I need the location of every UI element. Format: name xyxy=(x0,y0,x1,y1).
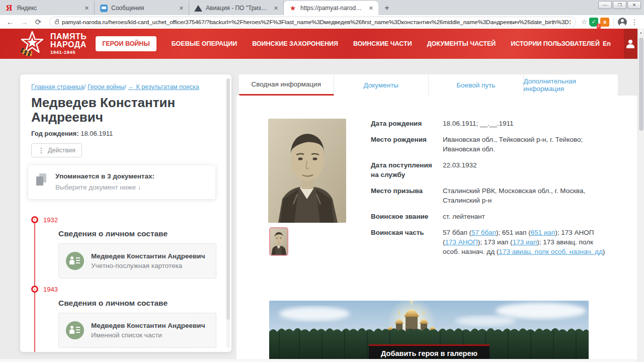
yandex-favicon: Я xyxy=(5,4,13,12)
hero-photo-thumbnail[interactable] xyxy=(269,227,288,256)
browser-toolbar: ← → ⟳ pamyat-naroda.ru/heroes/kld-card_u… xyxy=(0,15,644,29)
card-scrollbar[interactable] xyxy=(226,78,230,348)
gallery-banner[interactable]: Добавить героя в галерею Дорога памяти xyxy=(269,301,589,362)
document-person-name: Медведев Константин Андреевич xyxy=(91,322,205,329)
browser-tab-messages[interactable]: Сообщения ✕ xyxy=(95,1,189,15)
scrollbar-up-arrow[interactable]: ▲ xyxy=(638,29,644,36)
mentions-box: Упоминается в 3 документах: Выберите док… xyxy=(28,165,215,199)
breadcrumb-heroes[interactable]: Герои войны xyxy=(88,83,125,90)
unit-link[interactable]: 57 ббап xyxy=(471,229,496,236)
document-person-name: Медведев Константин Андреевич xyxy=(91,252,205,260)
browser-tab-aviation[interactable]: Авиация - ПО "Тризна" ✕ xyxy=(189,1,284,15)
unit-link[interactable]: 651 иап xyxy=(531,229,555,236)
timeline-year: 1943 xyxy=(43,286,58,293)
shop-extension-icon[interactable]: a xyxy=(600,18,609,27)
tab-title: Сообщения xyxy=(111,5,175,12)
site-logo[interactable]: ПАМЯТЬ НАРОДА 1941-1945 xyxy=(18,30,87,57)
restore-button[interactable]: ❐ xyxy=(613,1,626,9)
site-logo-text: ПАМЯТЬ НАРОДА 1941-1945 xyxy=(50,33,87,55)
hero-card: Главная страница/ Герои войны/ ← К резул… xyxy=(20,74,231,352)
timeline-year: 1932 xyxy=(43,216,58,224)
document-type: Учетно-послужная картотека xyxy=(91,262,205,269)
scrollbar-thumb[interactable] xyxy=(639,38,643,131)
new-tab-button[interactable]: + xyxy=(378,3,395,15)
back-icon[interactable]: ← xyxy=(4,18,16,26)
browser-tab-yandex[interactable]: Я Яндекс ✕ xyxy=(0,1,95,15)
browser-tab-pamyat-naroda[interactable]: ★ https://pamyat-naroda.ru/heroes/kl ✕ xyxy=(284,1,378,15)
kebab-icon: ⋮ xyxy=(38,146,45,154)
tab-summary[interactable]: Сводная информация xyxy=(239,74,334,96)
detail-label: Воинское звание xyxy=(371,212,443,221)
messages-favicon xyxy=(100,4,108,12)
detail-label: Воинская часть xyxy=(371,228,443,256)
tab-documents[interactable]: Документы xyxy=(334,74,429,96)
unit-text: 57 ббап ( xyxy=(443,229,471,236)
nav-heroes[interactable]: ГЕРОИ ВОЙНЫ xyxy=(96,36,156,51)
tab-close-icon[interactable]: ✕ xyxy=(273,5,279,12)
birth-year-label: Год рождения: xyxy=(31,130,79,137)
star-logo-icon xyxy=(18,30,46,57)
minimize-button[interactable]: — xyxy=(598,1,612,9)
nav-operations[interactable]: БОЕВЫЕ ОПЕРАЦИИ xyxy=(172,40,237,47)
personnel-record-icon xyxy=(66,252,84,270)
detail-label: Дата поступления на службу xyxy=(371,160,443,179)
address-bar[interactable]: pamyat-naroda.ru/heroes/kld-card_uchet_o… xyxy=(49,17,576,27)
adblock-extension-icon[interactable]: ✓2 xyxy=(589,18,598,27)
unit-link[interactable]: 173 авиац. полк особ. назнач. дд xyxy=(499,248,602,255)
detail-value: 18.06.1911; __.__.1911 xyxy=(443,119,607,128)
unit-link[interactable]: 173 АНОП xyxy=(445,238,478,246)
url-text[interactable]: pamyat-naroda.ru/heroes/kld-card_uchet_o… xyxy=(62,19,571,25)
personnel-record-icon xyxy=(66,321,84,339)
tab-close-icon[interactable]: ✕ xyxy=(178,5,185,12)
close-button[interactable]: ✕ xyxy=(627,1,641,9)
nav-burials[interactable]: ВОИНСКИЕ ЗАХОРОНЕНИЯ xyxy=(252,40,338,47)
timeline-section-heading: Сведения о личном составе xyxy=(58,229,168,238)
unit-text: ); 173 иап ( xyxy=(478,238,513,246)
timeline-dot-1943 xyxy=(31,286,38,293)
unit-text: ); 651 иап ( xyxy=(496,229,531,236)
detail-value: 22.03.1932 xyxy=(443,160,607,179)
menu-dots-icon[interactable]: ⋮ xyxy=(629,18,640,26)
document-card[interactable]: Медведев Константин Андреевич Именной сп… xyxy=(58,313,216,348)
logo-line1: ПАМЯТЬ xyxy=(50,33,87,41)
mentions-subtitle: Выберите документ ниже ↓ xyxy=(55,184,154,191)
record-tabs: Сводная информация Документы Боевой путь… xyxy=(239,74,618,96)
star-favicon: ★ xyxy=(289,4,297,12)
profile-icon[interactable] xyxy=(618,18,627,27)
breadcrumb-back-to-results[interactable]: ← К результатам поиска xyxy=(128,83,199,90)
detail-label: Место рождения xyxy=(371,135,443,154)
tab-close-icon[interactable]: ✕ xyxy=(84,5,90,12)
browser-tab-bar: Я Яндекс ✕ Сообщения ✕ Авиация - ПО "Три… xyxy=(0,0,644,15)
add-hero-line1: Добавить героя в галерею xyxy=(374,349,485,357)
tab-combat-path[interactable]: Боевой путь xyxy=(429,74,524,96)
window-controls: — ❐ ✕ xyxy=(598,1,641,9)
document-card[interactable]: Медведев Константин Андреевич Учетно-пос… xyxy=(58,243,216,279)
actions-button[interactable]: ⋮ Действия xyxy=(31,143,82,157)
breadcrumb: Главная страница/ Герои войны/ ← К резул… xyxy=(31,83,218,90)
account-button[interactable] xyxy=(624,29,637,59)
document-type: Именной список части xyxy=(91,331,205,339)
detail-label: Место призыва xyxy=(371,186,443,205)
nav-user-stories[interactable]: ИСТОРИИ ПОЛЬЗОВАТЕЛЕЙ xyxy=(511,40,600,47)
breadcrumb-home[interactable]: Главная страница xyxy=(31,83,84,90)
timeline-section-heading: Сведения о личном составе xyxy=(58,299,168,308)
forward-icon[interactable]: → xyxy=(18,18,30,26)
tab-close-icon[interactable]: ✕ xyxy=(368,5,374,12)
timeline-dot-1932 xyxy=(31,216,38,223)
detail-label: Дата рождения xyxy=(371,119,443,128)
bookmark-star-icon[interactable]: ☆ xyxy=(581,18,587,26)
logo-years: 1941-1945 xyxy=(50,50,87,55)
nav-unit-documents[interactable]: ДОКУМЕНТЫ ЧАСТЕЙ xyxy=(427,40,496,47)
aviation-favicon xyxy=(194,4,202,12)
language-switch[interactable]: En xyxy=(603,40,611,47)
detail-value: Ивановская обл., Тейковский р-н, г. Тейк… xyxy=(443,135,607,154)
tab-additional-info[interactable]: Дополнительная информация xyxy=(524,74,618,96)
page-scrollbar[interactable]: ▲ xyxy=(637,29,644,362)
main-navigation: ГЕРОИ ВОЙНЫ БОЕВЫЕ ОПЕРАЦИИ ВОИНСКИЕ ЗАХ… xyxy=(96,36,600,51)
birth-year-value: 18.06.1911 xyxy=(80,130,113,137)
summary-details: Дата рождения 18.06.1911; __.__.1911 Мес… xyxy=(371,119,607,256)
nav-units[interactable]: ВОИНСКИЕ ЧАСТИ xyxy=(353,40,412,47)
reload-icon[interactable]: ⟳ xyxy=(32,18,44,27)
hero-photo[interactable] xyxy=(268,119,346,223)
unit-link[interactable]: 173 иап xyxy=(513,238,537,246)
